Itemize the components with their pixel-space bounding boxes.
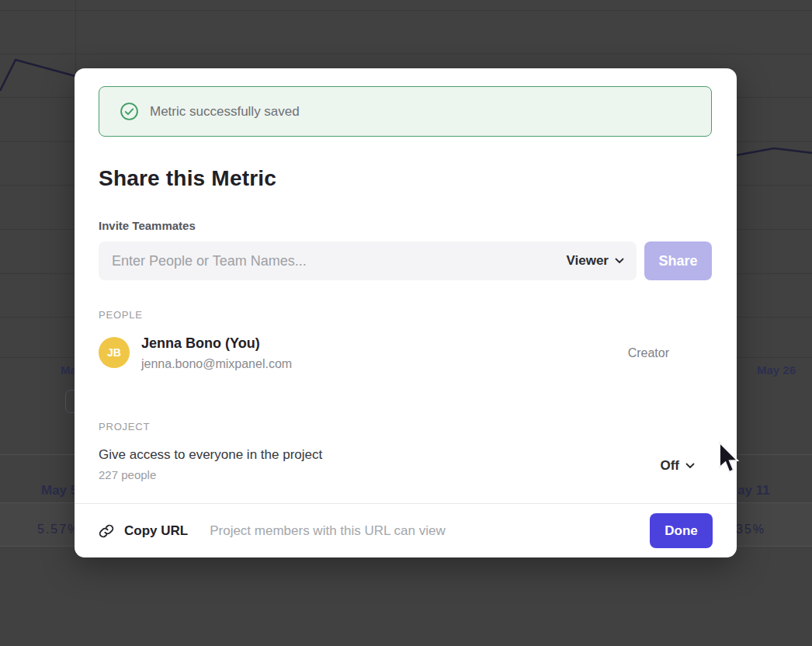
invite-input[interactable] [99, 241, 637, 280]
bg-axis-label-right: May 26 [757, 363, 796, 377]
copy-url-hint: Project members with this URL can view [210, 523, 446, 539]
done-button[interactable]: Done [650, 513, 713, 548]
page-title: Share this Metric [99, 166, 276, 191]
person-row: JB Jenna Bono (You) jenna.bono@mixpanel.… [99, 337, 712, 370]
toast-message: Metric successfully saved [150, 104, 300, 120]
copy-url-button[interactable]: Copy URL [124, 523, 188, 539]
chevron-down-icon [615, 258, 624, 264]
project-access-dropdown[interactable]: Off [660, 457, 695, 475]
person-role: Creator [628, 346, 669, 360]
modal-footer: Copy URL Project members with this URL c… [75, 503, 737, 557]
bg-table-value-right: 35% [736, 523, 765, 537]
invite-teammates-label: Invite Teammates [99, 219, 196, 232]
project-section-label: PROJECT [99, 421, 150, 432]
share-button[interactable]: Share [644, 241, 712, 280]
invite-input-wrap: Viewer [99, 241, 637, 280]
bg-table-date-left: May 5 [41, 483, 78, 498]
bg-table-date-right: ay 11 [737, 483, 770, 498]
people-section-label: PEOPLE [99, 309, 143, 321]
check-circle-icon [120, 102, 139, 121]
link-icon [99, 523, 114, 539]
chevron-down-icon [685, 463, 695, 469]
project-people-count: 227 people [99, 468, 156, 481]
mouse-cursor [717, 441, 740, 477]
project-access-title: Give access to everyone in the project [99, 447, 322, 463]
project-access-dropdown-value: Off [660, 458, 679, 474]
share-metric-modal: Metric successfully saved Share this Met… [75, 68, 737, 557]
avatar: JB [99, 337, 130, 368]
person-email: jenna.bono@mixpanel.com [141, 357, 292, 371]
role-dropdown-value: Viewer [566, 253, 609, 269]
role-dropdown[interactable]: Viewer [566, 241, 624, 280]
success-toast: Metric successfully saved [99, 86, 712, 137]
person-name: Jenna Bono (You) [141, 335, 260, 352]
invite-row: Viewer Share [99, 241, 712, 280]
